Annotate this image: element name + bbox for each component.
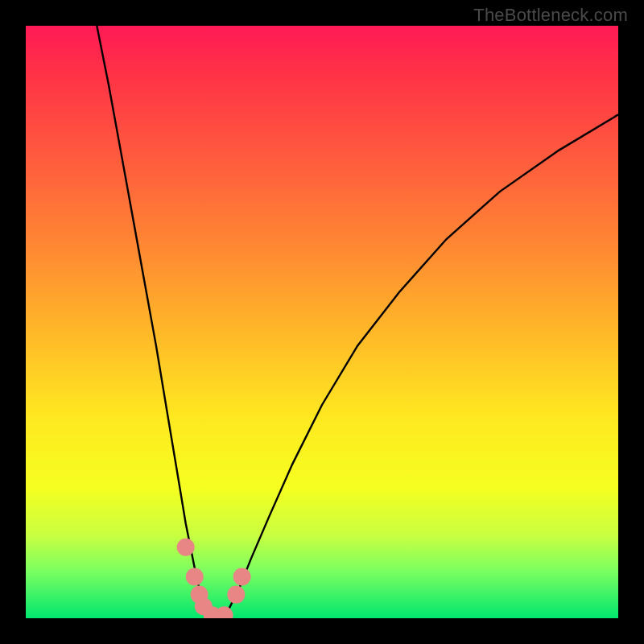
chart-svg [26,26,618,618]
data-marker [186,568,204,586]
right-curve [227,114,618,612]
plot-area [26,26,618,618]
attribution-text: TheBottleneck.com [473,5,628,26]
data-marker [227,586,245,604]
outer-frame: TheBottleneck.com [0,0,644,644]
left-curve [97,26,206,613]
data-marker [216,606,233,618]
marker-group [177,539,251,618]
data-marker [233,568,251,586]
data-marker [177,539,195,556]
